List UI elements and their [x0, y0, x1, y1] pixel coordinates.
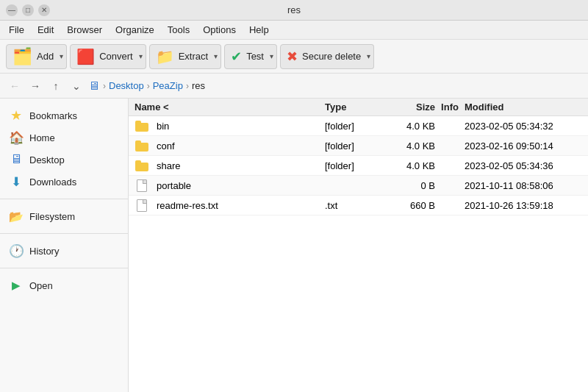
- extract-button[interactable]: 📁 Extract: [149, 44, 215, 69]
- test-group: ✔ Test ▾: [224, 44, 277, 69]
- table-row[interactable]: readme-res.txt .txt 660 B 2021-10-26 13:…: [129, 196, 588, 215]
- sidebar-label-home: Home: [29, 132, 55, 143]
- convert-chevron-icon: ▾: [139, 52, 143, 60]
- add-label: Add: [37, 51, 54, 62]
- menu-browser[interactable]: Browser: [61, 23, 108, 37]
- sidebar-label-open: Open: [29, 280, 53, 291]
- file-size: 4.0 KB: [391, 140, 435, 152]
- menu-organize[interactable]: Organize: [110, 23, 160, 37]
- sidebar-item-filesystem[interactable]: 📂 Filesystem: [0, 205, 128, 227]
- window-controls[interactable]: — □ ✕: [6, 4, 50, 16]
- file-size: 660 B: [391, 200, 435, 211]
- secure-delete-chevron-icon: ▾: [367, 52, 370, 60]
- file-name: portable: [135, 179, 325, 192]
- breadcrumb-sep-2: ›: [147, 81, 150, 91]
- sidebar-item-open[interactable]: ▶ Open: [0, 274, 128, 296]
- breadcrumb-desktop[interactable]: Desktop: [109, 80, 144, 91]
- extract-group: 📁 Extract ▾: [149, 44, 221, 69]
- file-size: 0 B: [391, 180, 435, 191]
- file-type: [folder]: [325, 121, 391, 132]
- add-chevron-icon: ▾: [60, 52, 63, 60]
- file-modified: 2021-10-11 08:58:06: [465, 180, 582, 191]
- menu-options[interactable]: Options: [197, 23, 242, 37]
- file-modified: 2021-10-26 13:59:18: [465, 200, 582, 211]
- star-icon: ★: [9, 108, 24, 123]
- close-button[interactable]: ✕: [38, 4, 50, 16]
- toolbar: 🗂️ Add ▾ 🟥 Convert ▾ 📁 Extract ▾ ✔ Test: [0, 40, 588, 74]
- file-type: [folder]: [325, 160, 391, 171]
- convert-group: 🟥 Convert ▾: [70, 44, 146, 69]
- folder-icon: [135, 119, 149, 132]
- secure-delete-dropdown[interactable]: ▾: [364, 44, 374, 69]
- convert-label: Convert: [99, 51, 133, 62]
- sidebar-label-desktop: Desktop: [29, 154, 65, 165]
- file-type: .txt: [325, 200, 391, 211]
- extract-label: Extract: [179, 51, 208, 62]
- back-button[interactable]: ←: [6, 77, 24, 95]
- col-header-modified[interactable]: Modified: [465, 101, 582, 113]
- test-button[interactable]: ✔ Test: [224, 44, 270, 69]
- menu-edit[interactable]: Edit: [32, 23, 60, 37]
- secure-delete-group: ✖ Secure delete ▾: [280, 44, 374, 69]
- file-icon: [135, 179, 149, 192]
- sidebar-label-bookmarks: Bookmarks: [29, 110, 77, 121]
- sidebar-divider-3: [0, 268, 128, 268]
- col-header-type[interactable]: Type: [325, 101, 391, 113]
- open-icon: ▶: [9, 278, 24, 293]
- sidebar-divider-2: [0, 233, 128, 234]
- col-header-size[interactable]: Size: [391, 101, 435, 113]
- folder-icon: [135, 139, 149, 152]
- add-button[interactable]: 🗂️ Add: [6, 44, 60, 69]
- file-name: bin: [135, 119, 325, 132]
- col-header-info[interactable]: Info: [435, 101, 465, 113]
- file-size: 4.0 KB: [391, 121, 435, 132]
- sidebar-item-downloads[interactable]: ⬇ Downloads: [0, 171, 128, 193]
- file-type: [folder]: [325, 140, 391, 152]
- table-row[interactable]: bin [folder] 4.0 KB 2023-02-05 05:34:32: [129, 116, 588, 136]
- add-icon: 🗂️: [12, 47, 32, 66]
- secure-delete-label: Secure delete: [302, 51, 361, 62]
- table-row[interactable]: portable 0 B 2021-10-11 08:58:06: [129, 176, 588, 196]
- up-button[interactable]: ↑: [47, 77, 65, 95]
- forward-button[interactable]: →: [26, 77, 44, 95]
- sidebar-item-history[interactable]: 🕐 History: [0, 240, 128, 262]
- desktop-icon: 🖥: [9, 152, 24, 167]
- breadcrumb-peazip[interactable]: PeaZip: [153, 80, 183, 91]
- filesystem-icon: 📂: [9, 209, 24, 224]
- add-dropdown[interactable]: ▾: [57, 44, 67, 69]
- sidebar-item-bookmarks[interactable]: ★ Bookmarks: [0, 104, 128, 126]
- file-size: 4.0 KB: [391, 160, 435, 171]
- sidebar-item-home[interactable]: 🏠 Home: [0, 126, 128, 149]
- sidebar-item-desktop[interactable]: 🖥 Desktop: [0, 149, 128, 171]
- extract-dropdown[interactable]: ▾: [211, 44, 221, 69]
- col-header-name[interactable]: Name <: [135, 101, 325, 113]
- menu-tools[interactable]: Tools: [162, 23, 196, 37]
- filelist-header: Name < Type Size Info Modified: [129, 99, 588, 116]
- secure-delete-icon: ✖: [287, 49, 298, 65]
- filelist: Name < Type Size Info Modified bin [fold…: [129, 99, 588, 392]
- file-name: readme-res.txt: [135, 199, 325, 212]
- test-icon: ✔: [231, 49, 242, 65]
- secure-delete-button[interactable]: ✖ Secure delete: [280, 44, 368, 69]
- file-modified: 2023-02-05 05:34:32: [465, 121, 582, 132]
- titlebar: — □ ✕ res: [0, 0, 588, 21]
- menubar: File Edit Browser Organize Tools Options…: [0, 21, 588, 40]
- maximize-button[interactable]: □: [22, 4, 34, 16]
- table-row[interactable]: share [folder] 4.0 KB 2023-02-05 05:34:3…: [129, 156, 588, 176]
- menu-help[interactable]: Help: [243, 23, 275, 37]
- file-name: share: [135, 159, 325, 172]
- folder-icon: [135, 159, 149, 172]
- add-group: 🗂️ Add ▾: [6, 44, 67, 69]
- history-icon: 🕐: [9, 243, 24, 258]
- convert-dropdown[interactable]: ▾: [136, 44, 146, 69]
- breadcrumb: Desktop › PeaZip › res: [109, 80, 205, 91]
- test-dropdown[interactable]: ▾: [267, 44, 277, 69]
- menu-file[interactable]: File: [3, 23, 30, 37]
- extract-chevron-icon: ▾: [214, 52, 218, 60]
- file-name: conf: [135, 139, 325, 152]
- location-dropdown-button[interactable]: ⌄: [68, 77, 85, 95]
- convert-button[interactable]: 🟥 Convert: [70, 44, 140, 69]
- file-rows-container: bin [folder] 4.0 KB 2023-02-05 05:34:32 …: [129, 116, 588, 215]
- table-row[interactable]: conf [folder] 4.0 KB 2023-02-16 09:50:14: [129, 136, 588, 156]
- minimize-button[interactable]: —: [6, 4, 18, 16]
